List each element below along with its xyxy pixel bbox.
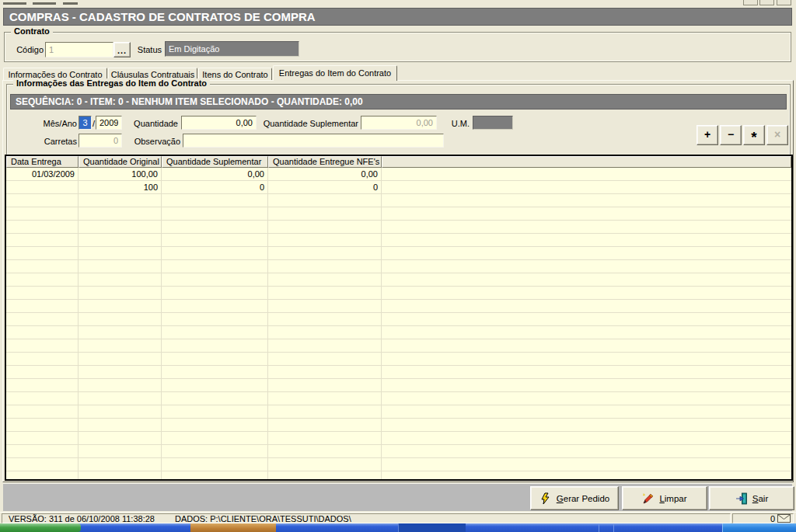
insert-record-button[interactable]: +	[696, 125, 718, 145]
quantidade-input[interactable]	[181, 116, 257, 130]
mail-indicator[interactable]: 0	[732, 513, 794, 523]
lightning-icon	[539, 492, 552, 505]
status-bar: VERSÃO: 311 de 06/10/2008 11:38:28 DADOS…	[0, 512, 796, 523]
delete-record-button[interactable]: −	[720, 125, 742, 145]
menu-item-fragment[interactable]	[3, 2, 26, 5]
grid-column-line	[381, 168, 382, 479]
gerar-pedido-button[interactable]: Gerar Pedido	[530, 486, 619, 510]
status-info-panel: VERSÃO: 311 de 06/10/2008 11:38:28 DADOS…	[2, 513, 731, 523]
column-header-quantidade-suplementar: Quantidade Suplementar	[162, 156, 268, 168]
action-button-panel: Gerar Pedido Limpar Sair	[3, 483, 792, 511]
sair-label: Sair	[752, 494, 768, 503]
taskbar-app-button[interactable]	[190, 523, 276, 532]
start-button[interactable]	[0, 523, 81, 532]
quantidade-suplementar-label: Quantidade Suplementar	[256, 117, 358, 130]
post-record-button[interactable]: *	[743, 125, 765, 145]
mes-input[interactable]: 3	[79, 116, 92, 130]
cell-data-entrega	[6, 181, 79, 194]
column-header-filler	[382, 156, 791, 168]
table-row[interactable]: 100 0 0	[6, 181, 382, 194]
cancel-record-button[interactable]: ×	[766, 125, 788, 145]
column-header-quantidade-original: Quantidade Original	[79, 156, 162, 168]
column-header-quantidade-entregue: Quantidade Entregue NFE's	[268, 156, 382, 168]
maximize-icon[interactable]	[759, 0, 774, 5]
mail-count: 0	[770, 514, 775, 523]
selection-header: SEQUÊNCIA: 0 - ITEM: 0 - NENHUM ITEM SEL…	[10, 94, 787, 110]
table-row[interactable]: 01/03/2009 100,00 0,00 0,00	[6, 168, 382, 181]
grid-body: 01/03/2009 100,00 0,00 0,00 100 0 0	[6, 168, 791, 479]
um-field	[473, 116, 513, 130]
quantidade-suplementar-input[interactable]	[361, 116, 437, 130]
cell-quantidade-original: 100,00	[79, 168, 162, 181]
taskbar-divider	[599, 524, 599, 532]
limpar-label: Limpar	[659, 494, 686, 503]
mes-selected-value: 3	[79, 116, 91, 129]
cell-quantidade-suplementar: 0	[162, 181, 268, 194]
um-label: U.M.	[442, 117, 470, 130]
quantidade-label: Quantidade	[124, 117, 178, 130]
cell-quantidade-suplementar: 0,00	[162, 168, 268, 181]
grid-column-line	[161, 168, 162, 479]
gerar-pedido-label: Gerar Pedido	[557, 494, 609, 503]
carretas-label: Carretas	[27, 135, 77, 148]
close-icon[interactable]	[777, 0, 791, 5]
menu-item-fragment[interactable]	[33, 2, 56, 5]
cell-quantidade-original: 100	[79, 181, 162, 194]
sair-button[interactable]: Sair	[709, 486, 794, 510]
mes-ano-separator: /	[93, 117, 95, 130]
ano-input[interactable]	[96, 116, 122, 130]
limpar-button[interactable]: Limpar	[622, 486, 707, 510]
contrato-legend: Contrato	[11, 26, 53, 36]
taskbar-app-button-active[interactable]	[398, 523, 466, 532]
observacao-label: Observação	[116, 135, 180, 148]
tab-entregas-do-item-do-contrato[interactable]: Entregas do Item do Contrato	[273, 65, 397, 81]
pencil-icon	[642, 492, 655, 505]
menu-bar[interactable]	[0, 0, 796, 7]
dados-path-text: DADOS: P:\CLIENTE\ORA\TESSUTI\DADOS\	[175, 514, 351, 523]
grid-column-line	[78, 168, 79, 479]
taskbar-divider	[613, 524, 614, 532]
minimize-icon[interactable]	[743, 0, 758, 5]
exit-door-icon	[735, 492, 748, 505]
versao-text: VERSÃO: 311 de 06/10/2008 11:38:28	[9, 514, 155, 523]
grid-column-line	[267, 168, 268, 479]
codigo-browse-button[interactable]: ...	[113, 42, 131, 57]
system-tray[interactable]	[722, 523, 796, 532]
column-header-data-entrega: Data Entrega	[6, 156, 79, 168]
entregas-legend: Informações das Entregas do Item do Cont…	[13, 78, 210, 88]
grid-header-row: Data Entrega Quantidade Original Quantid…	[6, 156, 791, 168]
mes-ano-label: Mês/Ano	[27, 117, 77, 130]
cell-quantidade-entregue: 0,00	[268, 168, 382, 181]
envelope-icon	[777, 514, 791, 523]
cell-quantidade-entregue: 0	[268, 181, 382, 194]
contrato-groupbox: Contrato Código ... Status Em Digitação	[4, 32, 791, 62]
codigo-input[interactable]	[45, 42, 113, 57]
entregas-grid: Data Entrega Quantidade Original Quantid…	[5, 155, 793, 481]
status-field: Em Digitação	[165, 41, 299, 57]
tab-page-entregas: Informações das Entregas do Item do Cont…	[2, 80, 794, 482]
status-label: Status	[135, 43, 162, 57]
observacao-input[interactable]	[183, 134, 444, 148]
application-window: COMPRAS - CADASTRO DE CONTRATOS DE COMPR…	[0, 0, 796, 532]
menu-item-fragment[interactable]	[63, 2, 78, 5]
windows-taskbar	[0, 523, 796, 532]
page-title: COMPRAS - CADASTRO DE CONTRATOS DE COMPR…	[3, 8, 792, 26]
codigo-label: Código	[12, 43, 44, 57]
cell-data-entrega: 01/03/2009	[6, 168, 79, 181]
